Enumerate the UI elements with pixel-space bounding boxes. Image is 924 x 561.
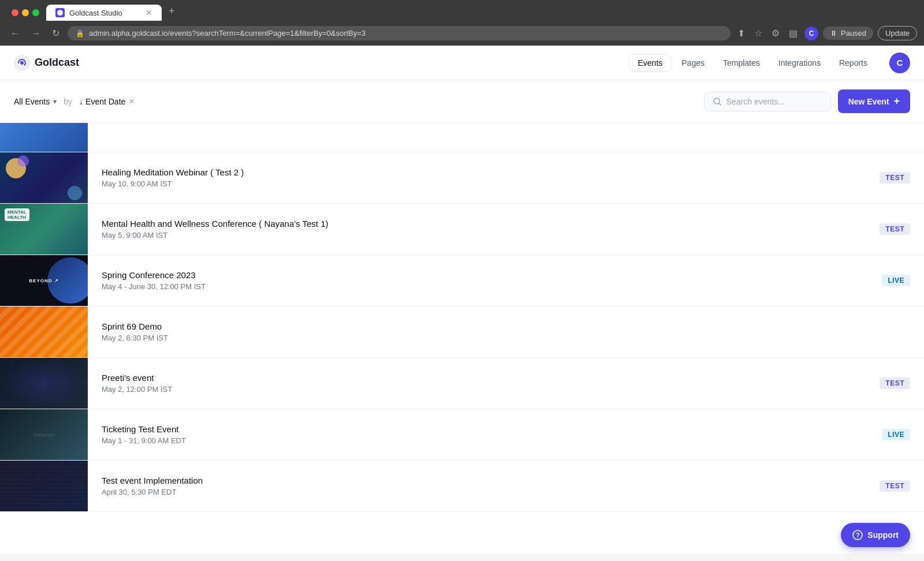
minimize-dot[interactable] <box>22 9 29 16</box>
tab-title: Goldcast Studio <box>69 9 122 17</box>
browser-controls <box>7 7 44 18</box>
logo-text: Goldcast <box>35 57 79 69</box>
paused-label: Paused <box>841 29 866 38</box>
sort-clear-icon[interactable]: ✕ <box>129 98 135 106</box>
filters-row: All Events ▾ by ↓ Event Date ✕ New Event… <box>0 80 924 123</box>
sidebar-button[interactable]: ▤ <box>787 25 800 41</box>
event-thumbnail-5: SubSurface <box>0 409 88 460</box>
svg-point-2 <box>20 61 24 65</box>
event-info-3: Sprint 69 Demo May 2, 6:30 PM IST <box>88 321 878 342</box>
event-item-5[interactable]: SubSurface Ticketing Test Event May 1 - … <box>0 409 924 461</box>
event-info-2: Spring Conference 2023 May 4 - June 30, … <box>88 270 882 291</box>
support-icon: ? <box>852 530 863 540</box>
new-event-label: New Event <box>848 97 889 106</box>
events-list: Healing Meditation Webinar ( Test 2 ) Ma… <box>0 152 924 512</box>
search-area <box>704 92 831 111</box>
main-nav: Events Pages Templates Integrations Repo… <box>629 54 875 72</box>
event-item-1[interactable]: MENTALHEALTH Mental Health and Wellness … <box>0 204 924 255</box>
update-button[interactable]: Update <box>878 26 917 40</box>
event-info-5: Ticketing Test Event May 1 - 31, 9:00 AM… <box>88 424 882 445</box>
event-date-1: May 5, 9:00 AM IST <box>102 231 866 240</box>
event-thumbnail-0 <box>0 152 88 203</box>
logo-icon <box>14 55 30 71</box>
event-badge-0: TEST <box>880 172 910 184</box>
paused-button[interactable]: ⏸ Paused <box>823 27 873 40</box>
app-header: Goldcast Events Pages Templates Integrat… <box>0 46 924 80</box>
paused-icon: ⏸ <box>830 29 837 38</box>
maximize-dot[interactable] <box>32 9 39 16</box>
chrome-profile-avatar[interactable]: C <box>804 27 818 40</box>
browser-toolbar: ← → ↻ 🔒 admin.alpha.goldcast.io/events?s… <box>0 21 924 46</box>
support-button[interactable]: ? Support <box>841 523 910 547</box>
nav-reports[interactable]: Reports <box>831 55 875 71</box>
event-thumbnail-3 <box>0 306 88 357</box>
event-title-0: Healing Meditation Webinar ( Test 2 ) <box>102 167 866 177</box>
thumb-inner-top <box>0 123 88 152</box>
event-title-6: Test event Implementation <box>102 476 866 485</box>
browser-tab-bar: Goldcast Studio ✕ + <box>0 0 924 21</box>
tab-close-button[interactable]: ✕ <box>146 8 152 17</box>
support-label: Support <box>867 530 899 540</box>
extension-button[interactable]: ⚙ <box>769 25 782 41</box>
nav-events[interactable]: Events <box>629 54 671 72</box>
lock-icon: 🔒 <box>76 29 84 38</box>
event-item-3[interactable]: Sprint 69 Demo May 2, 6:30 PM IST <box>0 306 924 358</box>
refresh-button[interactable]: ↻ <box>49 25 63 41</box>
event-title-4: Preeti's event <box>102 373 866 383</box>
event-title-1: Mental Health and Wellness Conference ( … <box>102 219 866 229</box>
event-badge-4: TEST <box>880 377 910 389</box>
url-text: admin.alpha.goldcast.io/events?searchTer… <box>89 29 366 38</box>
all-events-chevron-icon: ▾ <box>53 98 57 106</box>
new-event-button[interactable]: New Event + <box>838 89 910 113</box>
sort-icon: ↓ <box>79 97 83 106</box>
event-thumbnail-top <box>0 123 88 152</box>
event-date-6: April 30, 5:30 PM EDT <box>102 488 866 496</box>
search-icon <box>713 97 722 106</box>
event-item-0[interactable]: Healing Meditation Webinar ( Test 2 ) Ma… <box>0 152 924 204</box>
event-date-5: May 1 - 31, 9:00 AM EDT <box>102 436 868 445</box>
event-badge-1: TEST <box>880 223 910 235</box>
share-button[interactable]: ⬆ <box>735 25 747 41</box>
all-events-label: All Events <box>14 97 50 106</box>
event-date-2: May 4 - June 30, 12:00 PM IST <box>102 282 868 291</box>
new-tab-button[interactable]: + <box>164 5 180 21</box>
event-item-top[interactable] <box>0 123 924 152</box>
event-badge-6: TEST <box>880 480 910 492</box>
event-info-0: Healing Meditation Webinar ( Test 2 ) Ma… <box>88 167 880 188</box>
address-bar[interactable]: 🔒 admin.alpha.goldcast.io/events?searchT… <box>68 26 731 40</box>
close-dot[interactable] <box>12 9 18 16</box>
event-date-4: May 2, 12:00 PM IST <box>102 385 866 394</box>
all-events-filter[interactable]: All Events ▾ <box>14 97 57 106</box>
event-item-2[interactable]: BEYOND ↗ Spring Conference 2023 May 4 - … <box>0 255 924 306</box>
logo-area: Goldcast <box>14 55 79 71</box>
event-title-2: Spring Conference 2023 <box>102 270 868 280</box>
event-badge-5: LIVE <box>882 429 910 440</box>
event-thumbnail-1: MENTALHEALTH <box>0 204 88 255</box>
event-title-5: Ticketing Test Event <box>102 424 868 434</box>
event-date-3: May 2, 6:30 PM IST <box>102 334 864 342</box>
browser-chrome: Goldcast Studio ✕ + ← → ↻ 🔒 admin.alpha.… <box>0 0 924 46</box>
nav-pages[interactable]: Pages <box>673 55 713 71</box>
nav-templates[interactable]: Templates <box>715 55 768 71</box>
sort-button[interactable]: ↓ Event Date ✕ <box>79 97 135 106</box>
event-item-6[interactable]: Test event Implementation April 30, 5:30… <box>0 461 924 512</box>
back-button[interactable]: ← <box>7 26 23 41</box>
profile-avatar[interactable]: C <box>889 53 910 73</box>
browser-actions: ⬆ ☆ ⚙ ▤ C ⏸ Paused Update <box>735 25 917 41</box>
browser-tab[interactable]: Goldcast Studio ✕ <box>46 5 162 21</box>
event-badge-2: LIVE <box>882 275 910 286</box>
bookmark-button[interactable]: ☆ <box>752 25 765 41</box>
by-label: by <box>64 97 72 106</box>
sort-label: Event Date <box>85 97 125 106</box>
forward-button[interactable]: → <box>28 26 44 41</box>
event-item-4[interactable]: Preeti's event May 2, 12:00 PM IST TEST <box>0 358 924 409</box>
event-info-4: Preeti's event May 2, 12:00 PM IST <box>88 373 880 394</box>
svg-point-0 <box>57 10 63 16</box>
event-info-1: Mental Health and Wellness Conference ( … <box>88 219 880 240</box>
event-info-6: Test event Implementation April 30, 5:30… <box>88 476 880 496</box>
event-thumbnail-4 <box>0 358 88 409</box>
search-input[interactable] <box>726 97 819 106</box>
app-container: Goldcast Events Pages Templates Integrat… <box>0 46 924 553</box>
plus-icon: + <box>893 95 900 107</box>
nav-integrations[interactable]: Integrations <box>770 55 829 71</box>
